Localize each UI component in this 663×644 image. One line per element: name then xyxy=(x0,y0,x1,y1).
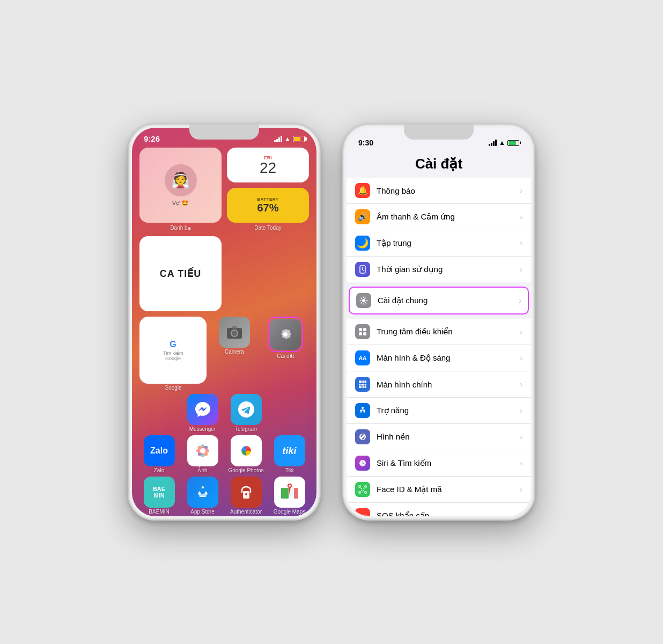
auth-app[interactable]: Authenticator xyxy=(226,477,266,515)
settings-app[interactable]: Cài đặt xyxy=(262,317,310,391)
sound-label: Âm thanh & Cảm ứng xyxy=(377,212,520,222)
control-icon xyxy=(355,324,370,339)
svg-rect-37 xyxy=(365,380,367,383)
contact-name: Vợ 🤩 xyxy=(172,200,189,207)
settings-row-control[interactable]: Trung tâm điều khiển › xyxy=(347,319,531,345)
settings-row-accessibility[interactable]: Trợ năng › xyxy=(347,398,531,424)
messenger-icon xyxy=(187,394,218,425)
svg-rect-16 xyxy=(281,488,289,499)
date-number: 22 xyxy=(260,160,276,175)
display-label: Màn hình & Độ sáng xyxy=(377,353,520,363)
phone-1: 9:26 ▲ 👰 Vợ 🤩 xyxy=(128,123,321,521)
status-bar: 9:26 ▲ xyxy=(132,128,316,143)
display-icon: AA xyxy=(355,350,370,365)
battery-fill xyxy=(294,137,300,141)
settings-status-bar: 9:30 ▲ xyxy=(347,128,531,151)
tiki-label: Tiki xyxy=(285,467,293,473)
settings-row-focus[interactable]: 🌙 Tập trung › xyxy=(347,230,531,257)
battery-icon-2 xyxy=(507,140,519,146)
appstore-label: App Store xyxy=(190,509,214,515)
settings-row-homescreen[interactable]: Màn hình chính › xyxy=(347,371,531,398)
settings-row-sound[interactable]: 🔊 Âm thanh & Cảm ứng › xyxy=(347,204,531,230)
volume-down-button-2[interactable] xyxy=(342,253,343,283)
svg-rect-33 xyxy=(359,332,362,335)
homescreen-label: Màn hình chính xyxy=(377,380,520,389)
zalo-icon: Zalo xyxy=(144,435,175,466)
screentime-label: Thời gian sử dụng xyxy=(377,265,520,274)
svg-point-20 xyxy=(289,485,291,487)
svg-rect-47 xyxy=(359,492,360,493)
camera-app[interactable]: Camera xyxy=(211,317,258,391)
siri-chevron: › xyxy=(520,459,522,467)
svg-rect-43 xyxy=(365,386,367,389)
settings-section-2: Trung tâm điều khiển › AA Màn hình & Độ … xyxy=(347,319,531,516)
contact-widget-label: Danh bạ xyxy=(139,225,222,231)
focus-icon: 🌙 xyxy=(355,236,370,251)
time-display: 9:26 xyxy=(144,134,160,143)
mute-button[interactable] xyxy=(128,189,129,208)
svg-rect-31 xyxy=(359,328,362,331)
settings-label: Cài đặt xyxy=(277,353,294,359)
power-button[interactable] xyxy=(320,200,321,232)
faceid-label: Face ID & Mật mã xyxy=(377,485,520,494)
settings-status-icons: ▲ xyxy=(489,139,519,147)
settings-section-1: 🔔 Thông báo › 🔊 Âm thanh & Cảm ứng › 🌙 T… xyxy=(347,178,531,282)
photos-app[interactable]: Ảnh xyxy=(183,435,222,473)
svg-point-50 xyxy=(364,488,365,489)
photos-label: Ảnh xyxy=(197,467,207,473)
date-widget[interactable]: FRI 22 xyxy=(227,148,309,182)
contact-widget[interactable]: 👰 Vợ 🤩 xyxy=(139,148,222,223)
battery-icon xyxy=(293,136,305,142)
telegram-label: Telegram xyxy=(235,426,257,432)
catiêu-widget[interactable]: CA TIẾU xyxy=(139,236,222,311)
mute-button-2[interactable] xyxy=(342,189,343,208)
sos-chevron: › xyxy=(520,511,522,516)
settings-row-display[interactable]: AA Màn hình & Độ sáng › xyxy=(347,345,531,371)
appstore-app[interactable]: App Store xyxy=(183,477,222,515)
gphotos-label: Google Photos xyxy=(228,467,263,473)
settings-row-wallpaper[interactable]: Hình nền › xyxy=(347,424,531,450)
gphotos-icon xyxy=(231,435,262,466)
display-chevron: › xyxy=(520,354,522,362)
volume-down-button[interactable] xyxy=(128,253,129,283)
maps-app[interactable]: Google Maps xyxy=(270,477,309,515)
wallpaper-icon xyxy=(355,429,370,444)
camera-label: Camera xyxy=(225,349,244,355)
settings-row-sos[interactable]: SOS SOS khẩn cấp › xyxy=(347,503,531,516)
contact-avatar: 👰 xyxy=(165,164,197,196)
settings-row-faceid[interactable]: Face ID & Mật mã › xyxy=(347,477,531,503)
zalo-app[interactable]: Zalo Zalo xyxy=(139,435,179,473)
google-label: Google xyxy=(164,385,181,391)
faceid-chevron: › xyxy=(520,485,522,494)
settings-row-siri[interactable]: Siri & Tìm kiếm › xyxy=(347,450,531,477)
general-chevron: › xyxy=(519,296,521,305)
maps-label: Google Maps xyxy=(274,509,305,515)
volume-up-button-2[interactable] xyxy=(342,216,343,245)
baemin-app[interactable]: BAEMIN BAEMIN xyxy=(139,477,179,515)
telegram-app[interactable]: Telegram xyxy=(226,394,266,432)
volume-up-button[interactable] xyxy=(128,216,129,245)
siri-icon xyxy=(355,456,370,471)
battery-widget[interactable]: BATTERY 67% xyxy=(227,188,309,223)
notifications-chevron: › xyxy=(520,186,522,195)
notifications-label: Thông báo xyxy=(377,186,520,195)
tiki-icon: tiki xyxy=(274,435,305,466)
messenger-app[interactable]: Messenger xyxy=(183,394,222,432)
power-button-2[interactable] xyxy=(534,200,535,232)
svg-rect-46 xyxy=(365,486,366,487)
svg-point-44 xyxy=(362,407,364,409)
svg-rect-41 xyxy=(359,386,362,389)
google-widget[interactable]: G Tìm kiếm Google xyxy=(139,317,207,384)
settings-row-notifications[interactable]: 🔔 Thông báo › xyxy=(347,178,531,204)
screentime-chevron: › xyxy=(520,265,522,274)
camera-icon xyxy=(219,317,250,348)
siri-label: Siri & Tìm kiếm xyxy=(377,458,520,468)
svg-rect-32 xyxy=(363,328,366,331)
svg-point-12 xyxy=(200,448,205,453)
svg-rect-42 xyxy=(363,386,364,389)
settings-row-general[interactable]: Cài đặt chung › xyxy=(349,287,529,314)
general-label: Cài đặt chung xyxy=(378,296,519,305)
settings-row-screentime[interactable]: Thời gian sử dụng › xyxy=(347,257,531,282)
gphotos-app[interactable]: Google Photos xyxy=(226,435,266,473)
tiki-app[interactable]: tiki Tiki xyxy=(270,435,309,473)
